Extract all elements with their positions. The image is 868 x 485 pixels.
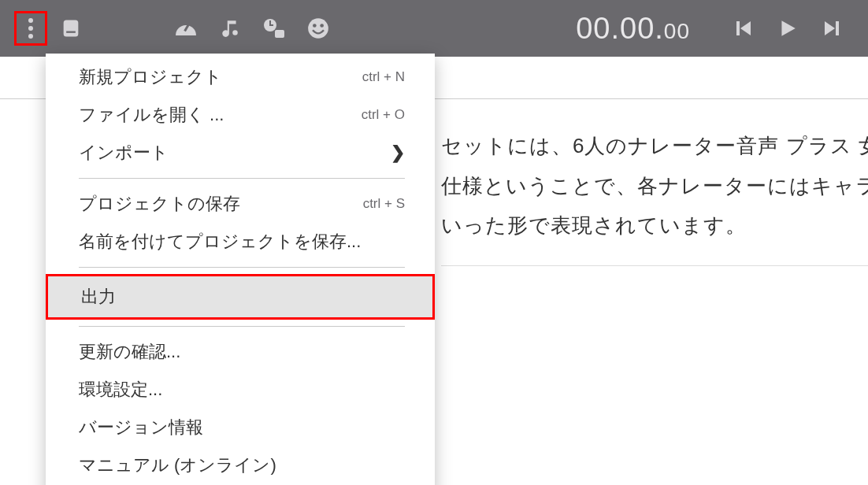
more-vertical-icon — [28, 17, 34, 39]
menu-label: マニュアル (オンライン) — [79, 454, 276, 477]
chevron-right-icon: ❯ — [391, 143, 405, 163]
body-line-3: いった形で表現されています。 — [441, 205, 868, 246]
svg-point-6 — [232, 30, 238, 35]
play-icon — [777, 18, 798, 39]
menu-label: ファイルを開く ... — [79, 103, 224, 127]
smiley-icon — [307, 17, 329, 39]
menu-label: 更新の確認... — [79, 340, 180, 364]
menu-item-open-file[interactable]: ファイルを開く ... ctrl + O — [46, 96, 435, 134]
svg-point-1 — [28, 26, 33, 31]
menu-label: 出力 — [81, 287, 116, 306]
menu-label: バージョン情報 — [79, 416, 203, 439]
menu-shortcut: ctrl + O — [362, 107, 405, 123]
svg-point-11 — [308, 18, 328, 39]
document-button[interactable] — [49, 11, 93, 46]
main-menu-dropdown: 新規プロジェクト ctrl + N ファイルを開く ... ctrl + O イ… — [46, 54, 435, 485]
menu-separator — [79, 267, 405, 268]
time-minor: 00 — [664, 19, 690, 43]
body-line-2: 仕様ということで、各ナレーターにはキャラ — [441, 166, 868, 206]
toolbar: 00.00.00 — [0, 0, 868, 57]
menu-shortcut: ctrl + S — [363, 196, 405, 212]
menu-label: 名前を付けてプロジェクトを保存... — [79, 230, 361, 254]
menu-item-version[interactable]: バージョン情報 — [46, 409, 435, 446]
svg-point-2 — [28, 34, 33, 39]
time-major: 00.00. — [576, 12, 664, 45]
svg-point-13 — [320, 24, 324, 28]
skip-previous-icon — [734, 19, 753, 38]
skip-next-icon — [822, 19, 841, 38]
menu-item-save-project[interactable]: プロジェクトの保存 ctrl + S — [46, 185, 435, 223]
skip-prev-button[interactable] — [721, 11, 766, 46]
menu-shortcut: ctrl + N — [362, 69, 405, 85]
music-button[interactable] — [208, 11, 252, 46]
menu-button[interactable] — [14, 11, 47, 46]
menu-separator — [79, 326, 405, 327]
svg-rect-3 — [64, 20, 79, 37]
svg-rect-15 — [836, 21, 839, 35]
menu-item-preferences[interactable]: 環境設定... — [46, 371, 435, 409]
export-highlight: 出力 — [46, 274, 435, 320]
svg-rect-10 — [275, 30, 284, 38]
play-button[interactable] — [766, 11, 810, 46]
svg-point-12 — [313, 24, 317, 28]
toolbar-right: 00.00.00 — [576, 11, 854, 46]
menu-item-import[interactable]: インポート ❯ — [46, 134, 435, 172]
timer-button[interactable] — [252, 11, 296, 46]
menu-label: 新規プロジェクト — [79, 65, 222, 89]
time-display: 00.00.00 — [576, 12, 690, 46]
emoji-button[interactable] — [296, 11, 340, 46]
svg-rect-14 — [736, 21, 740, 35]
toolbar-left — [14, 11, 340, 46]
svg-rect-9 — [269, 24, 273, 26]
svg-rect-4 — [66, 31, 76, 33]
content-divider — [441, 265, 868, 266]
menu-item-manual[interactable]: マニュアル (オンライン) — [46, 446, 435, 484]
svg-point-0 — [28, 18, 33, 23]
menu-separator — [79, 178, 405, 179]
dashboard-button[interactable] — [164, 11, 208, 46]
menu-label: 環境設定... — [79, 378, 162, 402]
menu-label: インポート — [79, 141, 169, 165]
menu-item-check-update[interactable]: 更新の確認... — [46, 333, 435, 371]
gauge-icon — [174, 18, 198, 39]
skip-next-button[interactable] — [810, 11, 854, 46]
music-note-icon — [220, 18, 240, 39]
document-icon — [60, 17, 82, 39]
menu-item-new-project[interactable]: 新規プロジェクト ctrl + N — [46, 58, 435, 96]
schedule-icon — [262, 17, 286, 39]
menu-label: プロジェクトの保存 — [79, 192, 240, 216]
menu-item-export[interactable]: 出力 — [46, 274, 435, 320]
body-line-1: セットには、6人のナレーター音声 プラス 女 — [441, 126, 868, 166]
menu-item-save-as[interactable]: 名前を付けてプロジェクトを保存... — [46, 223, 435, 261]
